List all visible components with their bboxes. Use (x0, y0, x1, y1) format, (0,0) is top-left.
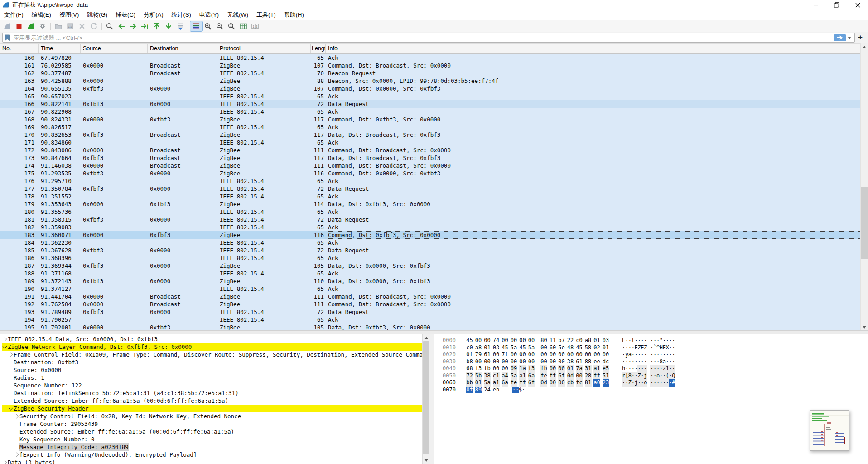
packet-row[interactable]: 17190.834860IEEE 802.15.465Ack (0, 139, 861, 146)
expanded-arrow-icon[interactable] (2, 346, 8, 348)
detail-line[interactable]: Extended Source: Ember_ff:fe:6a:a1:5a (0… (2, 397, 430, 405)
packet-row[interactable]: 19091.374127IEEE 802.15.465Ack (0, 285, 861, 293)
packet-row[interactable]: 18491.362230IEEE 802.15.465Ack (0, 239, 861, 246)
packet-row[interactable]: 17290.8430060x0000BroadcastZigBee111Comm… (0, 146, 861, 154)
detail-line[interactable]: Data (3 bytes) (2, 459, 430, 464)
menu-9[interactable]: 无线(W) (223, 10, 252, 20)
detail-line[interactable]: Radius: 1 (2, 374, 430, 382)
column-header-destination[interactable]: Destination (148, 44, 217, 53)
packet-row[interactable]: 19391.7894890xfbf30x0000IEEE 802.15.472D… (0, 308, 861, 316)
packet-row[interactable]: 17891.351552IEEE 802.15.465Ack (0, 193, 861, 200)
detail-line[interactable]: Extended Source: Ember_ff:fe:6a:a1:5a (0… (2, 428, 430, 435)
collapsed-arrow-icon[interactable] (14, 453, 19, 456)
packet-row[interactable]: 18591.3676280xfbf30x0000IEEE 802.15.472D… (0, 246, 861, 254)
detail-line[interactable]: Destination: TelinkSemico_5b:72:e5:a1:31… (2, 389, 430, 397)
packet-row[interactable]: 17090.8326530xfbf3BroadcastZigBee117Data… (0, 131, 861, 139)
colorize-icon[interactable] (190, 21, 202, 31)
packet-row[interactable]: 19191.4417040x0000BroadcastZigBee111Comm… (0, 293, 861, 300)
apply-filter-button[interactable] (834, 34, 846, 41)
menu-4[interactable]: 跳转(G) (83, 10, 111, 20)
scroll-up-arrow[interactable] (423, 334, 430, 341)
packet-row[interactable]: 16590.657023IEEE 802.15.465Ack (0, 92, 861, 100)
menu-7[interactable]: 统计(S) (167, 10, 195, 20)
packet-row[interactable]: 17591.2935350xfbf30x0000ZigBee116Command… (0, 169, 861, 177)
scrollbar-thumb[interactable] (861, 187, 868, 259)
detail-line[interactable]: Source: 0x0000 (2, 366, 430, 374)
packet-row[interactable]: 19491.790257IEEE 802.15.465Ack (0, 316, 861, 324)
menu-1[interactable]: 文件(F) (0, 10, 28, 20)
packet-row[interactable]: 16067.497820IEEE 802.15.465Ack (0, 54, 861, 62)
hex-row[interactable]: 0030b800000000000000000000386188eedc····… (443, 358, 868, 366)
hex-row[interactable]: 000045000074000000008011b722c0a80103E··t… (443, 337, 868, 344)
add-filter-button[interactable]: + (855, 33, 866, 42)
capture-options-icon[interactable] (37, 21, 48, 31)
expanded-arrow-icon[interactable] (8, 408, 14, 410)
scrollbar-thumb[interactable] (423, 341, 429, 454)
go-back-icon[interactable] (116, 21, 127, 31)
bookmark-icon[interactable] (5, 34, 10, 41)
hex-row[interactable]: 00200f7961007f0000000000000000000000·ya·… (443, 351, 868, 358)
detail-line[interactable]: IEEE 802.15.4 Data, Src: 0x0000, Dst: 0x… (2, 335, 430, 343)
packet-row[interactable]: 17691.295710IEEE 802.15.465Ack (0, 177, 861, 185)
detail-line[interactable]: Sequence Number: 122 (2, 382, 430, 389)
scroll-down-arrow[interactable] (861, 324, 868, 330)
hex-row[interactable]: 0010c0a80103455a455a00605e4845580201····… (443, 344, 868, 352)
packet-row[interactable]: 16390.4258880x0000ZigBee88Beacon, Src: 0… (0, 77, 861, 85)
packet-row[interactable]: 16176.0295850x0000BroadcastZigBee107Comm… (0, 62, 861, 69)
packet-row[interactable]: 16290.377487BroadcastIEEE 802.15.470Beac… (0, 69, 861, 77)
menu-3[interactable]: 视图(V) (55, 10, 83, 20)
scroll-up-arrow[interactable] (861, 44, 868, 50)
packet-row[interactable]: 16990.826517IEEE 802.15.465Ack (0, 123, 861, 131)
column-header-lengt[interactable]: Lengt (311, 44, 326, 53)
collapsed-arrow-icon[interactable] (2, 338, 8, 341)
collapsed-arrow-icon[interactable] (8, 353, 14, 356)
menu-11[interactable]: 帮助(H) (280, 10, 308, 20)
filter-dropdown-caret[interactable] (846, 37, 853, 39)
packet-row[interactable]: 16890.8243310x00000xfbf3ZigBee117Command… (0, 116, 861, 123)
hex-row[interactable]: 00700f8924eb··$· (443, 387, 868, 394)
detail-line[interactable]: Message Integrity Code: a0230f89 (2, 443, 430, 451)
auto-scroll-icon[interactable] (174, 21, 186, 31)
packet-list-scrollbar[interactable] (860, 44, 868, 330)
packet-row[interactable]: 16490.6551350xfbf30x0000ZigBee107Command… (0, 85, 861, 92)
hex-row[interactable]: 0060bb015aa16afeff6f0d0000cbfc81a023··Z·… (443, 379, 868, 387)
packet-row-selected[interactable]: 18391.3600710x00000xfbf3ZigBee116Command… (0, 231, 861, 239)
stop-capture-icon[interactable] (13, 21, 25, 31)
detail-line[interactable]: Frame Counter: 29053439 (2, 420, 430, 428)
detail-line[interactable]: Destination: 0xfbf3 (2, 358, 430, 366)
packet-row[interactable]: 19291.7625040x0000BroadcastZigBee111Comm… (0, 300, 861, 308)
detail-line[interactable]: ZigBee Security Header (2, 405, 430, 412)
display-filter-input[interactable] (12, 34, 832, 42)
hex-row[interactable]: 004068f3fb0000091af3fb0000017a31a1e5h···… (443, 365, 868, 372)
zoom-out-icon[interactable] (214, 21, 226, 31)
packet-row[interactable]: 18791.3693440xfbf30x0000ZigBee105Data, D… (0, 262, 861, 270)
detail-line[interactable]: Frame Control Field: 0x1a09, Frame Type:… (2, 351, 430, 358)
zoom-in-icon[interactable] (202, 21, 214, 31)
packet-row[interactable]: 18991.3721430xfbf30x0000ZigBee110Data, D… (0, 277, 861, 285)
menu-5[interactable]: 捕获(C) (111, 10, 140, 20)
schematic-preview-window[interactable] (810, 410, 849, 451)
collapsed-arrow-icon[interactable] (14, 415, 19, 418)
find-packet-icon[interactable] (104, 21, 116, 31)
menu-10[interactable]: 工具(T) (252, 10, 280, 20)
numbered-columns-icon[interactable]: 13 (249, 21, 261, 31)
go-first-icon[interactable] (151, 21, 163, 31)
go-last-icon[interactable] (163, 21, 174, 31)
packet-row[interactable]: 17491.1460380x0000BroadcastZigBee111Comm… (0, 162, 861, 169)
packet-row[interactable]: 18891.371168IEEE 802.15.465Ack (0, 270, 861, 277)
packet-row[interactable]: 16690.8221410xfbf30x0000IEEE 802.15.472D… (0, 100, 861, 108)
packet-row[interactable]: 16790.822908IEEE 802.15.465Ack (0, 108, 861, 116)
detail-scrollbar[interactable] (422, 334, 430, 464)
detail-line[interactable]: Security Control Field: 0x28, Key Id: Ne… (2, 412, 430, 420)
pane-splitter-vertical[interactable] (430, 334, 434, 464)
go-to-packet-icon[interactable] (139, 21, 151, 31)
zoom-reset-icon[interactable] (226, 21, 237, 31)
resize-columns-icon[interactable] (237, 21, 249, 31)
scroll-down-arrow[interactable] (423, 457, 430, 464)
maximize-button[interactable] (826, 0, 847, 10)
restart-capture-icon[interactable] (25, 21, 37, 31)
column-header-info[interactable]: Info (326, 44, 861, 53)
collapsed-arrow-icon[interactable] (2, 461, 8, 464)
column-header-time[interactable]: Time (39, 44, 81, 53)
minimize-button[interactable] (805, 0, 826, 10)
